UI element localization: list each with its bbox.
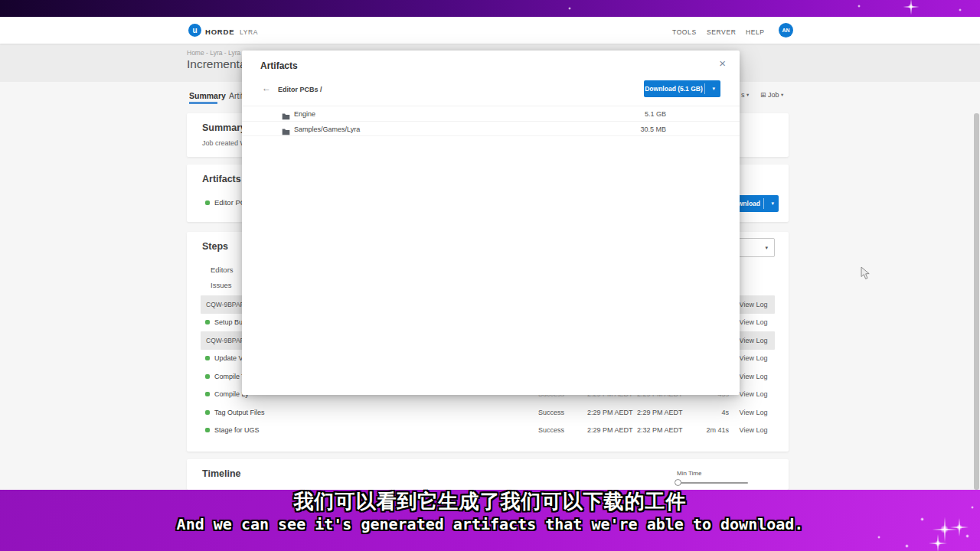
back-arrow-icon[interactable]: ← <box>262 83 271 93</box>
modal-download-button[interactable]: Download (5.1 GB) ▾ <box>644 80 720 97</box>
file-name[interactable]: Samples/Games/Lyra <box>294 126 360 133</box>
timeline-card: Timeline Min Time <box>187 459 789 490</box>
step-outcome: Success <box>538 426 564 434</box>
step-status-icon <box>205 320 210 324</box>
page-scrollbar[interactable] <box>974 113 979 490</box>
min-time-label: Min Time <box>677 470 701 477</box>
sparkle <box>858 5 861 8</box>
nav-item-tools[interactable]: TOOLS <box>672 28 697 36</box>
chevron-down-icon: ▾ <box>781 92 783 97</box>
artifact-file-list: Engine5.1 GBSamples/Games/Lyra30.5 MB <box>242 106 740 136</box>
steps-filter-dropdown[interactable]: s ▾ <box>741 91 749 99</box>
view-log-button[interactable]: View Log <box>732 426 775 434</box>
min-time-slider-thumb[interactable] <box>675 479 681 486</box>
page-title: Incremental <box>187 57 249 71</box>
view-log-button[interactable]: View Log <box>732 409 775 416</box>
sparkle <box>971 506 974 509</box>
step-status-icon <box>205 374 210 379</box>
sparkle <box>956 524 962 530</box>
artifact-path: Editor PCBs / <box>278 86 322 93</box>
file-size: 30.5 MB <box>640 126 666 133</box>
sparkle <box>905 544 909 548</box>
min-time-slider-track[interactable] <box>678 482 748 484</box>
job-filter-dropdown[interactable]: ⊞ Job ▾ <box>760 91 783 99</box>
sparkle <box>877 536 880 539</box>
step-label[interactable]: Tag Output Files <box>214 409 265 416</box>
step-status-icon <box>205 356 210 360</box>
brand-name[interactable]: HORDE <box>205 28 234 36</box>
artifact-file-row[interactable]: Engine5.1 GB <box>242 106 740 122</box>
artifact-file-row[interactable]: Samples/Games/Lyra30.5 MB <box>242 122 740 137</box>
sparkle <box>935 540 941 546</box>
sparkle <box>959 8 962 11</box>
artifact-status-icon <box>205 201 210 205</box>
step-row[interactable]: Tag Output FilesSuccess2:29 PM AEDT2:29 … <box>201 403 775 422</box>
sparkle <box>965 534 969 538</box>
modal-title: Artifacts <box>260 60 298 71</box>
step-duration: 2m 41s <box>675 426 729 434</box>
horde-web-app: u HORDE LYRA TOOLS SERVER HELP AN Home -… <box>0 17 980 490</box>
close-icon[interactable]: × <box>719 57 726 70</box>
grid-icon: ⊞ <box>760 91 766 99</box>
step-status-icon <box>205 428 210 432</box>
artifacts-card-title: Artifacts <box>202 174 241 184</box>
subtitle-english: And we can see it's generated artifacts … <box>0 515 980 534</box>
steps-card-title: Steps <box>202 241 228 252</box>
step-label[interactable]: Compile T <box>214 373 246 380</box>
step-duration: 4s <box>675 409 729 416</box>
tab-summary[interactable]: Summary <box>189 91 226 100</box>
step-label[interactable]: Setup Buil <box>214 318 246 326</box>
mouse-cursor <box>861 266 871 283</box>
chevron-down-icon[interactable]: ▾ <box>712 86 715 92</box>
step-start-time: 2:29 PM AEDT <box>587 409 633 416</box>
file-name[interactable]: Engine <box>294 110 315 118</box>
folder-icon <box>282 125 290 139</box>
step-start-time: 2:29 PM AEDT <box>587 426 633 434</box>
chevron-down-icon: ▾ <box>746 92 749 97</box>
sparkle <box>908 4 913 9</box>
video-top-bar <box>0 0 980 17</box>
sparkle <box>568 7 571 10</box>
sparkle <box>920 517 924 521</box>
step-status-icon <box>205 410 210 415</box>
sparkle <box>940 525 949 533</box>
nav-item-server[interactable]: SERVER <box>707 28 736 36</box>
horde-logo-icon[interactable]: u <box>188 24 201 37</box>
active-tab-underline <box>189 102 217 104</box>
chevron-down-icon: ▾ <box>765 245 768 251</box>
subtitle-area: 我们可以看到它生成了我们可以下载的工件 And we can see it's … <box>0 490 980 551</box>
steps-link-issues[interactable]: Issues <box>211 281 231 289</box>
file-size: 5.1 GB <box>645 110 666 118</box>
video-frame: u HORDE LYRA TOOLS SERVER HELP AN Home -… <box>0 0 980 551</box>
step-row[interactable]: Stage for UGSSuccess2:29 PM AEDT2:32 PM … <box>201 422 775 440</box>
step-status-icon <box>205 392 210 396</box>
step-outcome: Success <box>538 409 564 416</box>
nav-item-help[interactable]: HELP <box>746 28 765 36</box>
summary-card-title: Summary <box>202 122 246 133</box>
artifacts-modal: Artifacts × ← Editor PCBs / Download (5.… <box>242 51 740 395</box>
nav-item-lyra[interactable]: LYRA <box>240 28 258 36</box>
breadcrumb[interactable]: Home - Lyra - Lyra <box>187 49 240 57</box>
chevron-down-icon[interactable]: ▾ <box>771 201 774 207</box>
user-avatar[interactable]: AN <box>779 23 793 37</box>
timeline-card-title: Timeline <box>202 468 240 479</box>
steps-link-editors[interactable]: Editors <box>211 266 234 274</box>
step-label[interactable]: Stage for UGS <box>214 426 260 434</box>
top-nav: u HORDE LYRA TOOLS SERVER HELP AN <box>0 17 980 44</box>
subtitle-chinese: 我们可以看到它生成了我们可以下载的工件 <box>0 490 980 513</box>
